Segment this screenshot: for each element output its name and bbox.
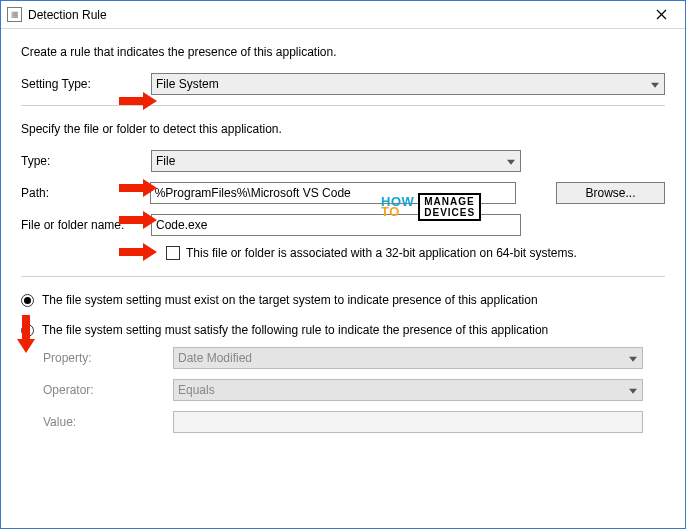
dialog-content: Create a rule that indicates the presenc… xyxy=(1,29,685,433)
path-label: Path: xyxy=(21,186,150,200)
assoc32-checkbox[interactable] xyxy=(166,246,180,260)
operator-select xyxy=(173,379,643,401)
radio-exist-row: The file system setting must exist on th… xyxy=(21,293,665,307)
type-row: Type: xyxy=(21,150,665,172)
setting-type-row: Setting Type: xyxy=(21,73,665,95)
setting-type-label: Setting Type: xyxy=(21,77,151,91)
value-input xyxy=(173,411,643,433)
filename-row: File or folder name: xyxy=(21,214,665,236)
app-icon: ▦ xyxy=(7,7,22,22)
assoc32-row: This file or folder is associated with a… xyxy=(166,246,665,260)
rule-subblock: Property: Operator: Value: xyxy=(43,347,665,433)
window-title: Detection Rule xyxy=(28,8,641,22)
divider-1 xyxy=(21,105,665,106)
property-label: Property: xyxy=(43,351,173,365)
path-input[interactable] xyxy=(150,182,516,204)
divider-2 xyxy=(21,276,665,277)
property-select xyxy=(173,347,643,369)
filename-label: File or folder name: xyxy=(21,218,151,232)
close-button[interactable] xyxy=(641,2,681,28)
radio-rule-row: The file system setting must satisfy the… xyxy=(21,323,665,337)
filename-input[interactable] xyxy=(151,214,521,236)
radio-rule[interactable] xyxy=(21,324,34,337)
operator-label: Operator: xyxy=(43,383,173,397)
radio-rule-label: The file system setting must satisfy the… xyxy=(42,323,548,337)
type-select[interactable] xyxy=(151,150,521,172)
titlebar: ▦ Detection Rule xyxy=(1,1,685,29)
assoc32-label: This file or folder is associated with a… xyxy=(186,246,577,260)
close-icon xyxy=(656,9,667,20)
setting-type-select[interactable] xyxy=(151,73,665,95)
radio-exist-label: The file system setting must exist on th… xyxy=(42,293,538,307)
browse-button[interactable]: Browse... xyxy=(556,182,665,204)
intro-text-1: Create a rule that indicates the presenc… xyxy=(21,45,665,59)
path-row: Path: Browse... xyxy=(21,182,665,204)
intro-text-2: Specify the file or folder to detect thi… xyxy=(21,122,665,136)
value-label: Value: xyxy=(43,415,173,429)
type-label: Type: xyxy=(21,154,151,168)
radio-exist[interactable] xyxy=(21,294,34,307)
